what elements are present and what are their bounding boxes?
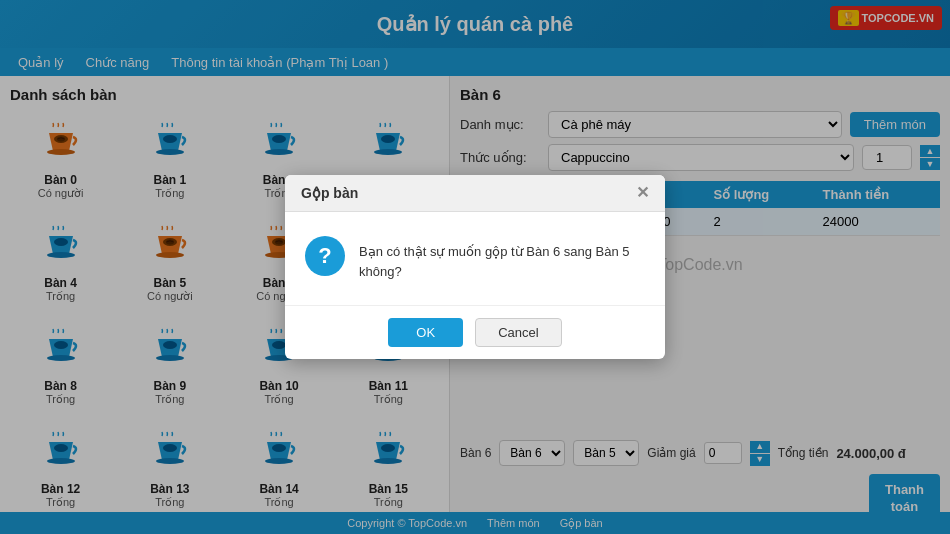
dialog-title: Gộp bàn <box>301 185 358 201</box>
dialog-close-button[interactable]: ✕ <box>636 185 649 201</box>
dialog-cancel-button[interactable]: Cancel <box>475 318 561 347</box>
dialog-message: Bạn có thật sự muốn gộp từ Bàn 6 sang Bà… <box>359 236 645 281</box>
dialog-ok-button[interactable]: OK <box>388 318 463 347</box>
dialog-header: Gộp bàn ✕ <box>285 175 665 212</box>
dialog-overlay: Gộp bàn ✕ ? Bạn có thật sự muốn gộp từ B… <box>0 0 950 534</box>
dialog-question-icon: ? <box>305 236 345 276</box>
dialog-footer: OK Cancel <box>285 305 665 359</box>
gop-ban-dialog: Gộp bàn ✕ ? Bạn có thật sự muốn gộp từ B… <box>285 175 665 359</box>
dialog-body: ? Bạn có thật sự muốn gộp từ Bàn 6 sang … <box>285 212 665 305</box>
